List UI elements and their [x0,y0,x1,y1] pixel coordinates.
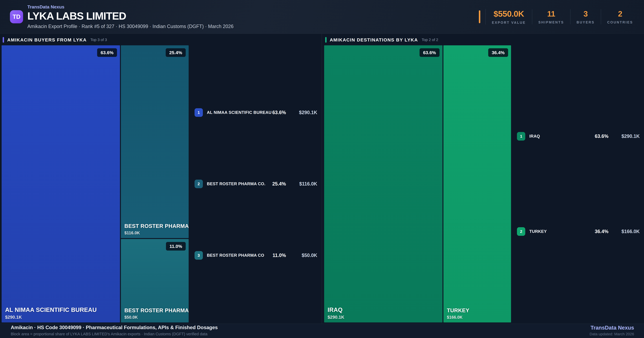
legend-name: TURKEY [529,229,547,234]
block-value: $50.0K [124,315,186,320]
transdata-logo-icon: TD [10,10,23,23]
legend-row-best-roster-2[interactable]: 3 BEST ROSTER PHARMA CO 11.0% $50.0K [194,251,317,260]
destinations-panel: AMIKACIN DESTINATIONS BY LYKA Top 2 of 2… [322,34,644,324]
buyers-panel-header: AMIKACIN BUYERS FROM LYKA Top 3 of 3 [3,36,320,43]
rank-badge: 1 [517,132,525,140]
share-badge: 63.6% [420,48,440,57]
destinations-treemap: 63.6% IRAQ $290.1K 36.4% TURKEY [324,45,511,322]
share-badge: 63.6% [97,48,117,57]
destinations-panel-header: AMIKACIN DESTINATIONS BY LYKA Top 2 of 2 [325,36,642,43]
buyers-panel: AMIKACIN BUYERS FROM LYKA Top 3 of 3 63.… [0,34,322,324]
buyers-treemap: 63.6% AL NIMAA SCIENTIFIC BUREAU $290.1K… [2,45,189,322]
legend-share: 25.4% [272,181,286,187]
page-title: LYKA LABS LIMITED [27,10,234,22]
block-label: AL NIMAA SCIENTIFIC BUREAU $290.1K [5,306,117,320]
page-header: TD TransData Nexus LYKA LABS LIMITED Ami… [0,0,644,34]
stat-label: BUYERS [577,20,595,24]
stat-label: COUNTRIES [607,20,633,24]
header-text-block: TransData Nexus LYKA LABS LIMITED Amikac… [27,4,234,29]
footer-left: Amikacin · HS Code 30049099 · Pharmaceut… [11,325,218,336]
footer-product-line: Amikacin · HS Code 30049099 · Pharmaceut… [11,325,218,330]
buyers-panel-count: Top 3 of 3 [90,38,107,42]
destinations-panel-body: 63.6% IRAQ $290.1K 36.4% TURKEY [324,45,642,322]
legend-name: IRAQ [529,134,540,139]
stat-value: 11 [547,9,555,18]
block-value: $290.1K [328,315,440,320]
block-name: IRAQ [328,306,440,313]
footer-brand: TransData Nexus [590,325,634,331]
buyers-treemap-col-1: 63.6% AL NIMAA SCIENTIFIC BUREAU $290.1K [2,45,120,322]
destinations-panel-count: Top 2 of 2 [422,38,438,42]
destinations-accent-bar [325,37,326,43]
legend-share: 11.0% [272,252,286,258]
rank-badge: 2 [517,227,525,236]
share-badge: 36.4% [488,48,508,57]
share-badge: 11.0% [166,242,186,250]
legend-share: 36.4% [595,229,608,234]
buyers-panel-body: 63.6% AL NIMAA SCIENTIFIC BUREAU $290.1K… [2,45,320,322]
block-value: $290.1K [5,315,117,320]
legend-name: BEST ROSTER PHARMA CO. [207,182,266,186]
legend-row-al-nimaa[interactable]: 1 AL NIMAA SCIENTIFIC BUREAU 63.6% $290.… [194,108,317,117]
block-name: BEST ROSTER PHARMA CO [124,308,186,313]
block-label: BEST ROSTER PHARMA CO $50.0K [124,308,186,320]
buyers-treemap-col-2: 25.4% BEST ROSTER PHARMA CO. $116.0K 11.… [121,45,189,322]
destinations-panel-title: AMIKACIN DESTINATIONS BY LYKA [330,37,418,42]
destinations-legend: 1 IRAQ 63.6% $290.1K 2 TURKEY 36.4% $166… [511,45,642,322]
footer-note: Block area = proportional share of LYKA … [11,332,218,336]
legend-name: BEST ROSTER PHARMA CO [207,253,264,258]
export-profile-page: TD TransData Nexus LYKA LABS LIMITED Ami… [0,0,644,338]
block-name: TURKEY [447,308,508,313]
stat-export-value: $550.0K EXPORT VALUE [486,9,532,24]
buyers-panel-title: AMIKACIN BUYERS FROM LYKA [7,37,87,42]
treemap-block-turkey[interactable]: 36.4% TURKEY $166.0K [444,45,511,322]
stat-label: EXPORT VALUE [492,21,526,24]
main-content: AMIKACIN BUYERS FROM LYKA Top 3 of 3 63.… [0,34,644,324]
page-subtitle: Amikacin Export Profile · Rank #5 of 327… [27,24,234,29]
share-badge: 25.4% [166,48,186,57]
block-label: IRAQ $290.1K [328,306,440,320]
legend-row-best-roster-1[interactable]: 2 BEST ROSTER PHARMA CO. 25.4% $116.0K [194,180,317,188]
stat-countries: 2 COUNTRIES [601,9,634,24]
block-label: TURKEY $166.0K [447,308,508,320]
legend-share: 63.6% [272,110,286,115]
legend-value: $290.1K [611,134,640,139]
buyers-legend: 1 AL NIMAA SCIENTIFIC BUREAU 63.6% $290.… [189,45,320,322]
stats-accent-bar [479,10,480,23]
legend-share: 63.6% [595,134,608,139]
treemap-block-al-nimaa[interactable]: 63.6% AL NIMAA SCIENTIFIC BUREAU $290.1K [2,45,120,322]
treemap-block-iraq[interactable]: 63.6% IRAQ $290.1K [324,45,442,322]
rank-badge: 1 [194,108,203,117]
header-stats: $550.0K EXPORT VALUE 11 SHIPMENTS 3 BUYE… [479,9,634,24]
stat-value: $550.0K [494,9,524,18]
block-name: AL NIMAA SCIENTIFIC BUREAU [5,306,117,313]
page-footer: Amikacin · HS Code 30049099 · Pharmaceut… [0,324,644,338]
footer-updated: Data updated: March 2026 [590,332,634,336]
legend-name: AL NIMAA SCIENTIFIC BUREAU [207,110,272,115]
legend-row-turkey[interactable]: 2 TURKEY 36.4% $166.0K [517,227,640,236]
destinations-treemap-col-1: 63.6% IRAQ $290.1K [324,45,442,322]
treemap-block-best-roster-2[interactable]: 11.0% BEST ROSTER PHARMA CO $50.0K [121,239,189,322]
footer-right: TransData Nexus Data updated: March 2026 [590,325,634,336]
brand-name: TransData Nexus [27,4,234,10]
block-value: $166.0K [447,315,508,320]
treemap-block-best-roster-1[interactable]: 25.4% BEST ROSTER PHARMA CO. $116.0K [121,45,189,238]
legend-value: $116.0K [288,181,317,187]
stat-value: 3 [584,9,588,18]
block-value: $116.0K [124,230,186,236]
legend-value: $166.0K [611,229,640,234]
legend-value: $290.1K [288,110,317,115]
stat-shipments: 11 SHIPMENTS [532,9,570,24]
legend-row-iraq[interactable]: 1 IRAQ 63.6% $290.1K [517,132,640,140]
stat-label: SHIPMENTS [538,20,564,24]
destinations-treemap-col-2: 36.4% TURKEY $166.0K [444,45,511,322]
buyers-accent-bar [3,37,4,43]
block-label: BEST ROSTER PHARMA CO. $116.0K [124,223,186,236]
stat-buyers: 3 BUYERS [570,9,601,24]
block-name: BEST ROSTER PHARMA CO. [124,223,186,229]
stat-value: 2 [618,9,622,18]
legend-value: $50.0K [288,252,317,258]
rank-badge: 2 [194,180,203,188]
rank-badge: 3 [194,251,203,260]
